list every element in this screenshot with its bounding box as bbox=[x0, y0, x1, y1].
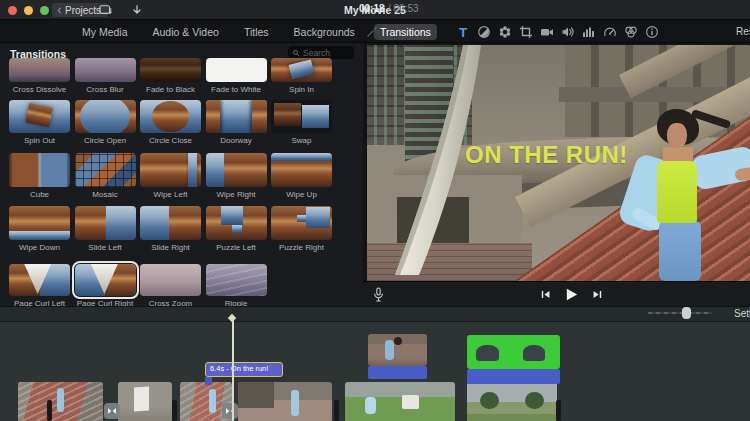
transition-wipe-down[interactable]: Wipe Down bbox=[9, 206, 70, 252]
overlay-clip-green-screen[interactable] bbox=[467, 335, 560, 369]
current-timecode: 00:18 bbox=[359, 3, 385, 14]
transition-swap[interactable]: Swap bbox=[271, 100, 332, 145]
media-tabs: My MediaAudio & VideoTitlesBackgroundsTr… bbox=[76, 20, 437, 43]
transition-cross-blur[interactable]: Cross Blur bbox=[75, 58, 136, 94]
overlay-clip-bar[interactable] bbox=[368, 366, 427, 379]
stabilization-icon[interactable] bbox=[540, 25, 554, 39]
video-art-shape bbox=[659, 221, 701, 281]
dancer-figure bbox=[607, 103, 750, 281]
overlay-clip-brick-dance[interactable] bbox=[368, 334, 427, 366]
color-correction-icon[interactable] bbox=[498, 25, 512, 39]
transition-label: Cross Dissolve bbox=[9, 85, 70, 94]
tab-titles[interactable]: Titles bbox=[238, 24, 275, 40]
transition-thumbnail bbox=[206, 264, 267, 296]
transition-thumbnail bbox=[140, 206, 201, 240]
transition-label: Doorway bbox=[206, 136, 267, 145]
skip-back-icon[interactable] bbox=[540, 289, 551, 300]
transition-label: Wipe Right bbox=[206, 190, 267, 199]
transition-puzzle-right[interactable]: Puzzle Right bbox=[271, 206, 332, 252]
skip-forward-icon[interactable] bbox=[592, 289, 603, 300]
transition-thumbnail bbox=[140, 100, 201, 133]
transition-puzzle-left[interactable]: Puzzle Left bbox=[206, 206, 267, 252]
timeline-clip-street[interactable] bbox=[238, 382, 332, 421]
timeline-clip-concrete[interactable] bbox=[118, 382, 172, 421]
browser-tab-bar: My MediaAudio & VideoTitlesBackgroundsTr… bbox=[0, 20, 750, 43]
transition-thumbnail bbox=[9, 58, 70, 82]
transition-wipe-up[interactable]: Wipe Up bbox=[271, 153, 332, 199]
transition-thumbnail bbox=[206, 100, 267, 133]
transition-thumbnail bbox=[9, 153, 70, 187]
timeline-settings-label[interactable]: Setti bbox=[734, 308, 750, 319]
transition-label: Page Curl Right bbox=[75, 299, 136, 306]
transition-spin-out[interactable]: Spin Out bbox=[9, 100, 70, 145]
transition-fade-to-white[interactable]: Fade to White bbox=[206, 58, 267, 94]
clip-edit-notch bbox=[556, 400, 561, 421]
transition-thumbnail bbox=[140, 153, 201, 187]
transition-thumbnail bbox=[75, 153, 136, 187]
timeline-clip-park[interactable] bbox=[345, 382, 455, 421]
clip-edit-notch bbox=[334, 400, 339, 421]
imovie-window: Projects My Movie 25 My MediaAudio & Vid… bbox=[0, 0, 750, 421]
transition-label: Cross Zoom bbox=[140, 299, 201, 306]
speed-icon[interactable] bbox=[603, 25, 617, 39]
transition-ripple[interactable]: Ripple bbox=[206, 264, 267, 306]
info-icon[interactable] bbox=[645, 25, 659, 39]
transition-spin-in[interactable]: Spin In bbox=[271, 58, 332, 94]
transition-slide-left[interactable]: Slide Left bbox=[75, 206, 136, 252]
clip-filter-icon[interactable] bbox=[624, 25, 638, 39]
volume-icon[interactable] bbox=[561, 25, 575, 39]
enhance-wand-icon[interactable] bbox=[366, 25, 379, 38]
transition-label: Fade to White bbox=[206, 85, 267, 94]
transition-label: Swap bbox=[271, 136, 332, 145]
crop-icon[interactable] bbox=[519, 25, 533, 39]
bowtie-icon bbox=[225, 407, 235, 415]
transition-thumbnail bbox=[271, 153, 332, 187]
transition-thumbnail bbox=[9, 264, 70, 296]
transition-cube[interactable]: Cube bbox=[9, 153, 70, 199]
transition-label: Fade to Black bbox=[140, 85, 201, 94]
total-timecode: / 00:53 bbox=[388, 3, 419, 14]
transition-slide-right[interactable]: Slide Right bbox=[140, 206, 201, 252]
transition-cross-dissolve[interactable]: Cross Dissolve bbox=[9, 58, 70, 94]
timeline-clip-field[interactable] bbox=[467, 382, 557, 421]
timeline-title-clip[interactable]: 6.4s - On the run! bbox=[205, 362, 283, 377]
transition-page-curl-right[interactable]: Page Curl Right bbox=[75, 264, 136, 306]
transition-label: Puzzle Left bbox=[206, 243, 267, 252]
play-icon[interactable] bbox=[564, 287, 579, 302]
transition-wipe-left[interactable]: Wipe Left bbox=[140, 153, 201, 199]
title-clip-anchor bbox=[205, 377, 212, 385]
tab-audio-video[interactable]: Audio & Video bbox=[147, 24, 225, 40]
transition-label: Wipe Up bbox=[271, 190, 332, 199]
timeline-zoom-knob[interactable] bbox=[682, 307, 691, 319]
reset-label[interactable]: Res bbox=[736, 26, 750, 37]
transition-wipe-right[interactable]: Wipe Right bbox=[206, 153, 267, 199]
timeline-clip-stairs1[interactable] bbox=[18, 382, 103, 421]
transition-circle-open[interactable]: Circle Open bbox=[75, 100, 136, 145]
transition-label: Ripple bbox=[206, 299, 267, 306]
transition-fade-to-black[interactable]: Fade to Black bbox=[140, 58, 201, 94]
transition-label: Wipe Down bbox=[9, 243, 70, 252]
preview-video[interactable]: ON THE RUN! bbox=[367, 45, 750, 281]
overlay-clip-bar[interactable] bbox=[467, 369, 560, 384]
viewer-toolbar: T bbox=[456, 20, 659, 43]
transition-join-icon[interactable] bbox=[222, 403, 238, 419]
transition-doorway[interactable]: Doorway bbox=[206, 100, 267, 145]
tab-backgrounds[interactable]: Backgrounds bbox=[288, 24, 361, 40]
search-icon bbox=[292, 49, 300, 57]
timeline-zoom-slider[interactable] bbox=[648, 312, 712, 314]
transition-cross-zoom[interactable]: Cross Zoom bbox=[140, 264, 201, 306]
svg-text:T: T bbox=[459, 25, 468, 39]
tab-my-media[interactable]: My Media bbox=[76, 24, 134, 40]
transition-circle-close[interactable]: Circle Close bbox=[140, 100, 201, 145]
transition-mosaic[interactable]: Mosaic bbox=[75, 153, 136, 199]
tab-transitions[interactable]: Transitions bbox=[374, 24, 437, 40]
transition-thumbnail bbox=[9, 100, 70, 133]
search-input[interactable] bbox=[303, 48, 350, 58]
transition-page-curl-left[interactable]: Page Curl Left bbox=[9, 264, 70, 306]
noise-reduction-icon[interactable] bbox=[582, 25, 596, 39]
titles-t-icon[interactable]: T bbox=[456, 25, 470, 39]
transition-thumbnail bbox=[271, 100, 332, 133]
color-balance-icon[interactable] bbox=[477, 25, 491, 39]
transition-join-icon[interactable] bbox=[104, 403, 120, 419]
playhead[interactable] bbox=[232, 317, 234, 421]
